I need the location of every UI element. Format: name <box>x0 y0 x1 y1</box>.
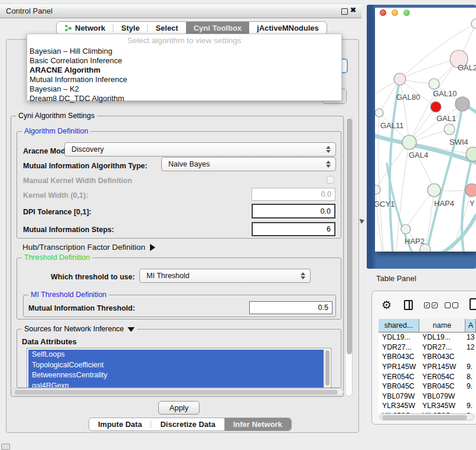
tab-infer-network-label: Infer Network <box>233 420 282 429</box>
network-node-gal11[interactable] <box>375 109 383 117</box>
settings-scrollbar-thumb[interactable] <box>347 118 352 354</box>
attribute-item[interactable]: SelfLoops <box>28 350 324 360</box>
table-row[interactable]: YDR27...YDR27...12 <box>379 343 476 353</box>
dpi-tolerance-input[interactable]: 0.0 <box>252 204 335 219</box>
dropdown-item[interactable]: Bayesian – K2 <box>30 84 79 93</box>
network-node-gal4[interactable] <box>402 135 416 149</box>
list-scrollbar[interactable] <box>324 349 330 387</box>
tab-select[interactable]: Select <box>148 22 185 34</box>
tab-network[interactable]: Network <box>57 22 113 34</box>
dropdown-item[interactable]: Bayesian – Hill Climbing <box>30 47 112 56</box>
network-node[interactable] <box>471 19 476 28</box>
list-scrollbar-thumb[interactable] <box>325 350 330 386</box>
settings-hscrollbar-thumb[interactable] <box>14 390 338 394</box>
cell[interactable]: YBL079W <box>419 392 464 400</box>
tab-discretize-data[interactable]: Discretize Data <box>151 418 224 431</box>
column-header-name[interactable]: name <box>419 319 465 332</box>
cell[interactable]: YBR043C <box>419 353 464 361</box>
unchecked-checkbox-icon[interactable] <box>445 302 451 308</box>
cell[interactable]: YLR345W <box>419 402 464 410</box>
network-node-y[interactable] <box>465 184 476 197</box>
cell[interactable]: YBR045C <box>379 382 419 390</box>
network-node-gray[interactable] <box>455 97 470 111</box>
cell[interactable]: 8. <box>464 373 476 381</box>
hub-definition-expander[interactable]: Hub/Transcription Factor Definition <box>22 243 155 252</box>
gear-icon[interactable]: ⚙ <box>382 298 392 312</box>
mi-steps-input[interactable]: 6 <box>252 222 335 236</box>
sources-title[interactable]: Sources for Network Inference <box>22 325 137 333</box>
network-node-gal10[interactable] <box>429 79 439 89</box>
cell[interactable]: YER054C <box>419 373 464 381</box>
cell[interactable]: YBR043C <box>379 353 419 361</box>
table-horizontal-scrollbar[interactable] <box>380 413 474 420</box>
apply-button[interactable]: Apply <box>158 401 200 415</box>
cell[interactable]: 9. <box>464 363 476 371</box>
cell[interactable]: YDL19... <box>419 333 464 341</box>
dropdown-item[interactable]: Dream8 DC_TDC Algorithm <box>30 94 124 103</box>
cell[interactable]: YBL079W <box>379 392 419 400</box>
network-canvas[interactable]: GAL2 GAL80 GAL10 GAL1 GAL11 GAL4 SWI4 GC… <box>375 8 476 252</box>
algorithm-definition-title: Algorithm Definition <box>22 127 90 135</box>
attribute-item[interactable]: BetweennessCentrality <box>28 370 324 381</box>
cell[interactable]: 13 <box>464 333 476 341</box>
dropdown-placeholder: Select algorithm to view settings <box>27 36 341 45</box>
mi-type-select[interactable]: Naive Bayes <box>161 157 336 171</box>
which-threshold-select[interactable]: MI Threshold <box>139 269 311 283</box>
manual-kernel-checkbox <box>327 176 334 184</box>
cell[interactable]: YPR145W <box>379 363 419 371</box>
network-node-gal80[interactable] <box>394 73 406 85</box>
checked-checkbox-icon[interactable]: ✓ <box>432 302 438 308</box>
table-row[interactable]: YLR345WYLR345W9. <box>379 401 476 411</box>
table-row[interactable]: YER054CYER054C8. <box>379 371 476 381</box>
mi-threshold-input[interactable]: 0.5 <box>249 301 332 314</box>
which-threshold-label: Which threshold to use: <box>51 273 135 281</box>
column-header-shared[interactable]: shared... <box>379 319 419 332</box>
settings-vertical-scrollbar[interactable] <box>345 116 353 396</box>
tab-cyni-toolbox-label: Cyni Toolbox <box>194 24 242 32</box>
dropdown-item-selected[interactable]: ARACNE Algorithm <box>30 66 100 74</box>
cell[interactable]: 9. <box>464 402 476 410</box>
dropdown-item[interactable]: Mutual Information Inference <box>30 75 127 84</box>
node-label: GAL80 <box>396 93 420 102</box>
cell[interactable]: YDL19... <box>379 333 419 341</box>
collapse-down-icon <box>128 327 135 332</box>
checked-checkbox-icon[interactable]: ✓ <box>424 302 430 308</box>
float-icon[interactable] <box>341 8 348 15</box>
dropdown-item[interactable]: Basic Correlation Inference <box>30 56 122 65</box>
node-label: Y <box>470 199 475 208</box>
node-label: GCY1 <box>375 200 395 208</box>
table-hscrollbar-thumb[interactable] <box>382 415 467 420</box>
column-header-partial[interactable]: A <box>465 319 476 332</box>
close-icon[interactable]: ✖ <box>350 6 356 14</box>
tab-cyni-toolbox[interactable]: Cyni Toolbox <box>186 22 249 34</box>
table-row[interactable]: YDL19...YDL19...13 <box>379 332 476 343</box>
tab-jactivemnodules[interactable]: jActiveMNodules <box>249 22 327 34</box>
cell[interactable]: YDR27... <box>379 343 419 351</box>
tab-style[interactable]: Style <box>113 22 147 34</box>
attribute-item[interactable]: TopologicalCoefficient <box>28 360 324 371</box>
which-threshold-value: MI Threshold <box>146 272 190 280</box>
cell[interactable]: YLR345W <box>379 402 419 410</box>
network-node-hap4[interactable] <box>428 184 441 197</box>
aracne-mode-select[interactable]: Discovery <box>64 142 336 156</box>
table-row[interactable]: YPR145WYPR145W9. <box>379 362 476 372</box>
network-node-hap2[interactable] <box>401 224 410 234</box>
network-node-gal1[interactable] <box>444 124 455 135</box>
cell[interactable]: YDR27... <box>419 343 464 351</box>
cell[interactable]: 12 <box>464 343 476 351</box>
unchecked-checkbox-icon[interactable] <box>452 302 458 308</box>
table-row[interactable]: YBR045CYBR045C9. <box>379 381 476 392</box>
network-node-red[interactable] <box>431 102 441 112</box>
tab-infer-network[interactable]: Infer Network <box>224 418 291 431</box>
cell[interactable]: YPR145W <box>419 363 464 371</box>
page-icon[interactable] <box>470 298 476 310</box>
cell[interactable]: YBR045C <box>419 382 464 390</box>
tab-impute-data[interactable]: Impute Data <box>89 418 151 431</box>
table-row[interactable]: YBL079WYBL079W <box>379 392 476 402</box>
settings-horizontal-scrollbar[interactable] <box>12 388 344 396</box>
cell[interactable]: 9. <box>464 382 476 390</box>
split-columns-icon[interactable] <box>404 300 413 310</box>
attribute-item[interactable]: gal4RGexp <box>28 381 324 389</box>
cell[interactable]: YER054C <box>379 373 419 381</box>
table-row[interactable]: YBR043CYBR043C <box>379 352 476 362</box>
